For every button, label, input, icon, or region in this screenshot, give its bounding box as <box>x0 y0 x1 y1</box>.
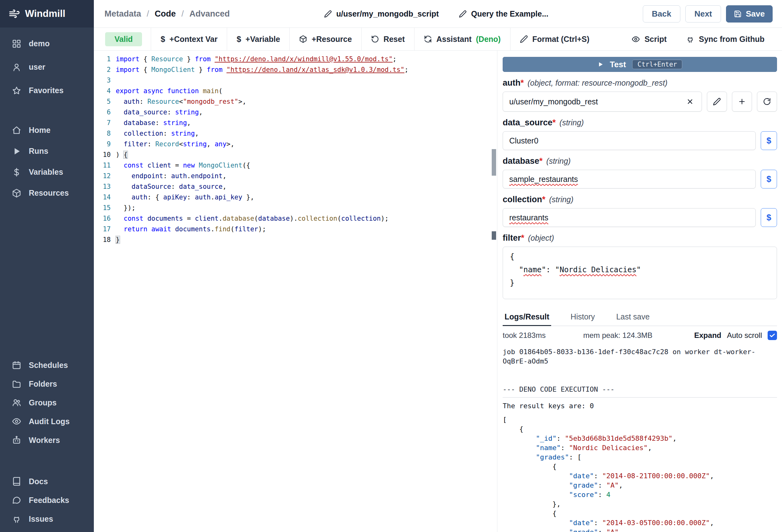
code-token: function <box>167 87 199 95</box>
sidebar-item-favorites[interactable]: Favorites <box>0 79 94 102</box>
code-token: "name" <box>536 444 561 452</box>
code-line[interactable]: 7 database: string, <box>94 117 497 128</box>
add-variable-button[interactable]: $ +Variable <box>227 28 289 50</box>
sidebar-item-label: user <box>29 63 45 72</box>
tab-code[interactable]: Code <box>155 9 176 19</box>
tab-metadata[interactable]: Metadata <box>104 9 141 19</box>
sync-from-github-label: Sync from Github <box>699 35 765 44</box>
sidebar-item-folders[interactable]: Folders <box>0 375 94 393</box>
code-token: : <box>594 519 602 527</box>
code-line[interactable]: 10) { <box>94 149 497 160</box>
sidebar-item-user[interactable]: user <box>0 55 94 79</box>
script-summary-field[interactable]: Query the Example... <box>459 9 548 18</box>
sidebar-item-groups[interactable]: Groups <box>0 393 94 412</box>
sidebar-item-issues[interactable]: Issues <box>0 509 94 528</box>
folder-icon <box>12 379 21 388</box>
tab-advanced[interactable]: Advanced <box>189 9 230 19</box>
code-token: , <box>648 444 652 452</box>
code-line[interactable]: 11 const client = new MongoClient({ <box>94 160 497 171</box>
clear-auth-button[interactable] <box>685 96 696 107</box>
add-resource-button[interactable]: +Resource <box>289 28 361 50</box>
log-line <box>503 375 777 385</box>
code-line[interactable]: 8 collection: string, <box>94 128 497 139</box>
assistant-button[interactable]: Assistant (Deno) <box>414 28 510 50</box>
code-text: endpoint: auth.endpoint, <box>116 171 226 181</box>
code-line[interactable]: 5 auth: Resource<"mongodb_rest">, <box>94 96 497 107</box>
code-line[interactable]: 13 dataSource: data_source, <box>94 181 497 192</box>
code-line[interactable]: 17 return await documents.find(filter); <box>94 224 497 234</box>
code-token: , <box>199 109 203 116</box>
field-type: (object, format: resource-mongodb_rest) <box>528 78 668 87</box>
code-line[interactable]: 3 <box>94 75 497 86</box>
result-json-line: "score": 4 <box>503 490 777 499</box>
data-source-var-button[interactable]: $ <box>761 131 777 150</box>
test-button[interactable]: Test Ctrl+Enter <box>503 57 777 72</box>
add-resource-button-small[interactable] <box>732 91 752 112</box>
sidebar-item-workers[interactable]: Workers <box>0 431 94 450</box>
sidebar-item-docs[interactable]: Docs <box>0 472 94 491</box>
code-token <box>116 140 123 148</box>
tab-logs-result[interactable]: Logs/Result <box>503 310 551 326</box>
sync-from-github-button[interactable]: Sync from Github <box>686 35 765 44</box>
code-line[interactable]: 2import { MongoClient } from "https://de… <box>94 64 497 75</box>
code-line[interactable]: 18} <box>94 234 497 245</box>
code-editor[interactable]: 1import { Resource } from "https://deno.… <box>94 51 497 532</box>
sidebar-item-resources[interactable]: Resources <box>0 183 94 203</box>
refresh-resource-button[interactable] <box>757 91 777 112</box>
filter-json-editor[interactable]: { "name": "Nordic Delicacies"} <box>503 246 777 299</box>
edit-resource-button[interactable] <box>707 91 727 112</box>
collection-var-button[interactable]: $ <box>761 208 777 227</box>
field-name: database <box>503 156 539 166</box>
code-line[interactable]: 15 }); <box>94 202 497 213</box>
script-path-field[interactable]: u/user/my_mongodb_script <box>324 9 439 18</box>
auth-resource-input[interactable]: u/user/my_mongodb_rest <box>503 91 702 112</box>
add-context-var-button[interactable]: $ +Context Var <box>151 28 227 50</box>
sidebar-item-runs[interactable]: Runs <box>0 141 94 162</box>
code-token <box>199 87 203 95</box>
code-token: async <box>144 87 163 95</box>
code-line[interactable]: 14 auth: { apiKey: auth.api_key }, <box>94 192 497 202</box>
database-input[interactable]: sample_restaurants <box>503 170 756 188</box>
next-button[interactable]: Next <box>685 5 721 23</box>
field-type: (string) <box>560 118 584 127</box>
sidebar-item-audit-logs[interactable]: Audit Logs <box>0 412 94 431</box>
tab-last-save[interactable]: Last save <box>614 310 651 326</box>
back-button[interactable]: Back <box>643 5 680 23</box>
script-preview-button[interactable]: Script <box>632 35 667 44</box>
app-logo[interactable]: Windmill <box>0 0 94 28</box>
tab-history[interactable]: History <box>569 310 597 326</box>
autoscroll-checkbox[interactable] <box>768 331 777 340</box>
code-line[interactable]: 12 endpoint: auth.endpoint, <box>94 171 497 181</box>
code-line[interactable]: 6 data_source: string, <box>94 107 497 117</box>
save-button[interactable]: Save <box>726 5 773 23</box>
code-line[interactable]: 4export async function main( <box>94 86 497 96</box>
code-token: collection <box>123 130 163 137</box>
code-token: "A" <box>606 528 619 532</box>
reset-button[interactable]: Reset <box>361 28 414 50</box>
format-button[interactable]: Format (Ctrl+S) <box>510 28 599 50</box>
sidebar-item-schedules[interactable]: Schedules <box>0 356 94 375</box>
data-source-input[interactable]: Cluster0 <box>503 131 756 150</box>
reset-label: Reset <box>384 35 405 44</box>
x-icon <box>686 98 694 105</box>
collection-input[interactable]: restaurants <box>503 208 756 227</box>
code-token: import <box>116 55 140 63</box>
scrollbar-thumb[interactable] <box>492 149 496 176</box>
code-token <box>116 225 123 233</box>
code-line[interactable]: 9 filter: Record<string, any>, <box>94 139 497 149</box>
sidebar-item-variables[interactable]: Variables <box>0 162 94 183</box>
valid-badge: Valid <box>105 32 142 46</box>
code-token: MongoClient <box>151 66 195 73</box>
sidebar-item-home[interactable]: Home <box>0 120 94 141</box>
database-var-button[interactable]: $ <box>761 170 777 188</box>
expand-button[interactable]: Expand <box>694 331 721 340</box>
sidebar-item-feedbacks[interactable]: Feedbacks <box>0 491 94 509</box>
app-brand: Windmill <box>25 8 65 20</box>
editor-scrollbar[interactable] <box>491 51 497 532</box>
sidebar-item-workspace[interactable]: demo <box>0 32 94 55</box>
sidebar-item-label: Issues <box>29 515 53 524</box>
code-line[interactable]: 16 const documents = client.database(dat… <box>94 213 497 224</box>
code-line[interactable]: 1import { Resource } from "https://deno.… <box>94 54 497 64</box>
code-token: auth <box>132 193 148 201</box>
github-icon <box>686 35 695 43</box>
